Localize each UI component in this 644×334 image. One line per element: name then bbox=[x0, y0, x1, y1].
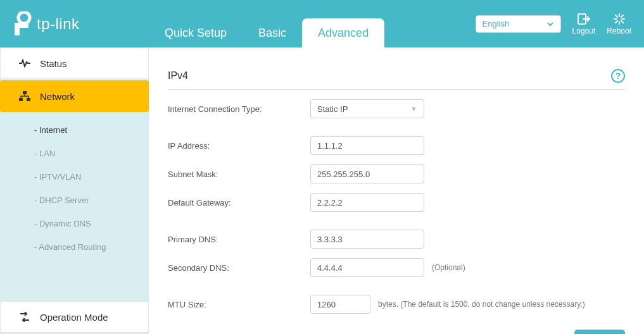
save-row: Save bbox=[168, 330, 625, 334]
svg-rect-13 bbox=[19, 98, 23, 101]
sidebar-item-opmode[interactable]: Operation Mode bbox=[0, 301, 149, 333]
tab-basic[interactable]: Basic bbox=[243, 18, 302, 47]
row-mtu: MTU Size: bytes. (The default is 1500, d… bbox=[168, 295, 625, 314]
sidebar-sub-lan[interactable]: - LAN bbox=[0, 142, 149, 165]
row-dns2: Secondary DNS: (Optional) bbox=[168, 258, 625, 277]
label-mtu: MTU Size: bbox=[168, 300, 310, 309]
svg-line-8 bbox=[616, 15, 617, 17]
reboot-label: Reboot bbox=[607, 27, 631, 35]
top-tabs: Quick Setup Basic Advanced bbox=[149, 0, 384, 47]
tp-link-logo-icon bbox=[13, 11, 32, 37]
input-gw[interactable] bbox=[310, 193, 424, 212]
logout-label: Logout bbox=[572, 27, 596, 35]
svg-rect-2 bbox=[15, 23, 28, 28]
sidebar-item-label: Operation Mode bbox=[40, 312, 108, 323]
reboot-icon bbox=[612, 13, 626, 25]
language-value: English bbox=[483, 19, 510, 28]
row-dns1: Primary DNS: bbox=[168, 230, 625, 249]
sidebar-item-label: Status bbox=[40, 58, 67, 69]
sidebar-item-label: Network bbox=[40, 91, 75, 102]
panel-header: IPv4 ? bbox=[168, 60, 625, 90]
input-dns2[interactable] bbox=[310, 258, 424, 277]
chevron-down-icon bbox=[546, 20, 554, 28]
svg-point-0 bbox=[18, 12, 30, 23]
main-content: IPv4 ? Internet Connection Type: Static … bbox=[149, 47, 644, 334]
sidebar-item-network[interactable]: Network bbox=[0, 80, 149, 112]
label-gw: Default Gateway: bbox=[168, 198, 310, 207]
sidebar-sub-routing[interactable]: - Advanced Routing bbox=[0, 235, 149, 259]
sidebar-subnav-network: - Internet - LAN - IPTV/VLAN - DHCP Serv… bbox=[0, 113, 149, 266]
tab-advanced[interactable]: Advanced bbox=[302, 18, 384, 47]
input-mask[interactable] bbox=[310, 164, 424, 183]
label-conn-type: Internet Connection Type: bbox=[168, 104, 310, 114]
svg-rect-14 bbox=[27, 98, 30, 101]
svg-line-10 bbox=[621, 15, 623, 17]
row-ip: IP Address: bbox=[168, 136, 625, 155]
panel-title: IPv4 bbox=[168, 70, 188, 82]
row-mask: Subnet Mask: bbox=[168, 164, 625, 183]
hint-optional: (Optional) bbox=[432, 263, 465, 272]
panel-ipv4: IPv4 ? Internet Connection Type: Static … bbox=[168, 60, 625, 334]
select-conn-type[interactable]: Static IP ▼ bbox=[310, 99, 424, 118]
input-ip[interactable] bbox=[310, 136, 424, 155]
chevron-down-icon: ▼ bbox=[410, 105, 417, 113]
help-icon[interactable]: ? bbox=[611, 69, 625, 83]
logout-icon bbox=[577, 13, 591, 25]
brand-logo: tp-link bbox=[0, 11, 149, 37]
status-icon bbox=[18, 59, 31, 68]
label-dns2: Secondary DNS: bbox=[168, 263, 310, 273]
svg-rect-12 bbox=[23, 91, 27, 94]
sidebar: Status Network - Internet - LAN - IPTV/V… bbox=[0, 47, 149, 334]
network-icon bbox=[18, 91, 31, 101]
input-mtu[interactable] bbox=[310, 295, 370, 314]
opmode-icon bbox=[18, 312, 31, 322]
row-gw: Default Gateway: bbox=[168, 193, 625, 212]
svg-line-9 bbox=[621, 21, 623, 23]
svg-line-11 bbox=[616, 21, 617, 23]
sidebar-sub-internet[interactable]: - Internet bbox=[0, 118, 149, 142]
language-select[interactable]: English bbox=[476, 15, 561, 33]
input-dns1[interactable] bbox=[310, 230, 424, 249]
save-button[interactable]: Save bbox=[574, 330, 625, 334]
select-conn-type-value: Static IP bbox=[317, 104, 348, 114]
label-mask: Subnet Mask: bbox=[168, 170, 310, 179]
layout: Status Network - Internet - LAN - IPTV/V… bbox=[0, 47, 644, 334]
brand-text: tp-link bbox=[37, 15, 80, 33]
sidebar-sub-ddns[interactable]: - Dynamic DNS bbox=[0, 212, 149, 235]
label-ip: IP Address: bbox=[168, 141, 310, 151]
sidebar-item-status[interactable]: Status bbox=[0, 47, 149, 79]
hint-mtu: bytes. (The default is 1500, do not chan… bbox=[378, 300, 585, 309]
header-right: English Logout Reboot bbox=[476, 13, 644, 35]
sidebar-sub-dhcp[interactable]: - DHCP Server bbox=[0, 189, 149, 212]
logout-button[interactable]: Logout bbox=[572, 13, 596, 35]
row-conn-type: Internet Connection Type: Static IP ▼ bbox=[168, 99, 625, 118]
tab-quick-setup[interactable]: Quick Setup bbox=[149, 18, 243, 47]
header: tp-link Quick Setup Basic Advanced Engli… bbox=[0, 0, 644, 47]
reboot-button[interactable]: Reboot bbox=[607, 13, 631, 35]
label-dns1: Primary DNS: bbox=[168, 235, 310, 244]
sidebar-sub-iptv[interactable]: - IPTV/VLAN bbox=[0, 165, 149, 189]
